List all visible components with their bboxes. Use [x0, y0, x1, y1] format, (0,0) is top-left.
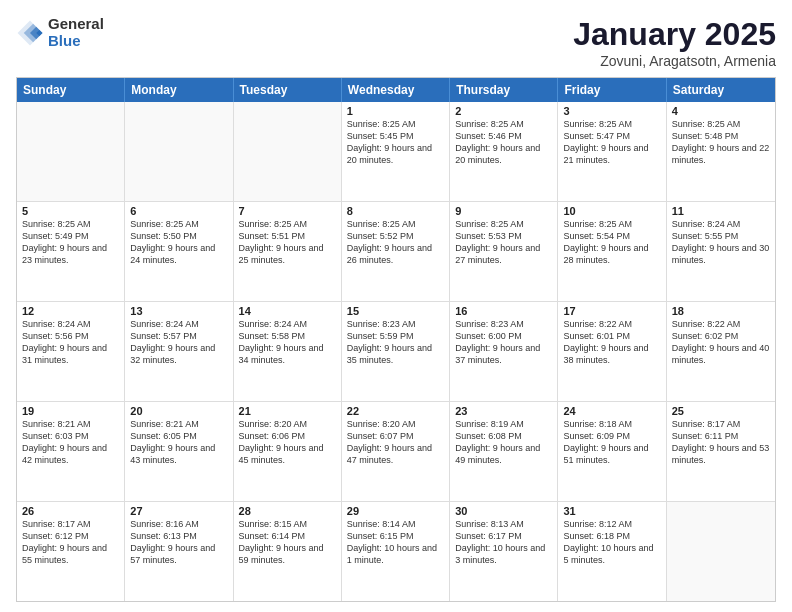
- calendar-cell: 15Sunrise: 8:23 AM Sunset: 5:59 PM Dayli…: [342, 302, 450, 401]
- day-number: 11: [672, 205, 770, 217]
- calendar-cell: 26Sunrise: 8:17 AM Sunset: 6:12 PM Dayli…: [17, 502, 125, 601]
- title-block: January 2025 Zovuni, Aragatsotn, Armenia: [573, 16, 776, 69]
- cell-info: Sunrise: 8:13 AM Sunset: 6:17 PM Dayligh…: [455, 518, 552, 567]
- cell-info: Sunrise: 8:21 AM Sunset: 6:03 PM Dayligh…: [22, 418, 119, 467]
- day-number: 15: [347, 305, 444, 317]
- calendar-cell: 24Sunrise: 8:18 AM Sunset: 6:09 PM Dayli…: [558, 402, 666, 501]
- cell-info: Sunrise: 8:23 AM Sunset: 5:59 PM Dayligh…: [347, 318, 444, 367]
- day-number: 2: [455, 105, 552, 117]
- calendar-cell: 20Sunrise: 8:21 AM Sunset: 6:05 PM Dayli…: [125, 402, 233, 501]
- calendar-cell: 17Sunrise: 8:22 AM Sunset: 6:01 PM Dayli…: [558, 302, 666, 401]
- logo-general-text: General: [48, 16, 104, 33]
- day-number: 30: [455, 505, 552, 517]
- cell-info: Sunrise: 8:24 AM Sunset: 5:55 PM Dayligh…: [672, 218, 770, 267]
- cell-info: Sunrise: 8:25 AM Sunset: 5:53 PM Dayligh…: [455, 218, 552, 267]
- day-number: 4: [672, 105, 770, 117]
- calendar-cell: 27Sunrise: 8:16 AM Sunset: 6:13 PM Dayli…: [125, 502, 233, 601]
- cell-info: Sunrise: 8:24 AM Sunset: 5:58 PM Dayligh…: [239, 318, 336, 367]
- calendar-cell: 21Sunrise: 8:20 AM Sunset: 6:06 PM Dayli…: [234, 402, 342, 501]
- day-number: 29: [347, 505, 444, 517]
- day-number: 22: [347, 405, 444, 417]
- page: General Blue January 2025 Zovuni, Aragat…: [0, 0, 792, 612]
- header-friday: Friday: [558, 78, 666, 102]
- day-number: 27: [130, 505, 227, 517]
- day-number: 24: [563, 405, 660, 417]
- cell-info: Sunrise: 8:23 AM Sunset: 6:00 PM Dayligh…: [455, 318, 552, 367]
- day-number: 3: [563, 105, 660, 117]
- day-number: 16: [455, 305, 552, 317]
- calendar-row-4: 19Sunrise: 8:21 AM Sunset: 6:03 PM Dayli…: [17, 401, 775, 501]
- day-number: 9: [455, 205, 552, 217]
- calendar: Sunday Monday Tuesday Wednesday Thursday…: [16, 77, 776, 602]
- calendar-cell: 6Sunrise: 8:25 AM Sunset: 5:50 PM Daylig…: [125, 202, 233, 301]
- calendar-cell: 4Sunrise: 8:25 AM Sunset: 5:48 PM Daylig…: [667, 102, 775, 201]
- logo-blue-text: Blue: [48, 33, 104, 50]
- calendar-cell: 23Sunrise: 8:19 AM Sunset: 6:08 PM Dayli…: [450, 402, 558, 501]
- day-number: 10: [563, 205, 660, 217]
- day-number: 19: [22, 405, 119, 417]
- calendar-cell: 1Sunrise: 8:25 AM Sunset: 5:45 PM Daylig…: [342, 102, 450, 201]
- header-thursday: Thursday: [450, 78, 558, 102]
- header-wednesday: Wednesday: [342, 78, 450, 102]
- logo: General Blue: [16, 16, 104, 49]
- day-number: 14: [239, 305, 336, 317]
- cell-info: Sunrise: 8:25 AM Sunset: 5:47 PM Dayligh…: [563, 118, 660, 167]
- calendar-cell: 11Sunrise: 8:24 AM Sunset: 5:55 PM Dayli…: [667, 202, 775, 301]
- calendar-cell: 10Sunrise: 8:25 AM Sunset: 5:54 PM Dayli…: [558, 202, 666, 301]
- calendar-row-2: 5Sunrise: 8:25 AM Sunset: 5:49 PM Daylig…: [17, 201, 775, 301]
- cell-info: Sunrise: 8:22 AM Sunset: 6:02 PM Dayligh…: [672, 318, 770, 367]
- cell-info: Sunrise: 8:18 AM Sunset: 6:09 PM Dayligh…: [563, 418, 660, 467]
- day-number: 17: [563, 305, 660, 317]
- calendar-cell: 31Sunrise: 8:12 AM Sunset: 6:18 PM Dayli…: [558, 502, 666, 601]
- calendar-cell: 13Sunrise: 8:24 AM Sunset: 5:57 PM Dayli…: [125, 302, 233, 401]
- calendar-cell: 16Sunrise: 8:23 AM Sunset: 6:00 PM Dayli…: [450, 302, 558, 401]
- cell-info: Sunrise: 8:17 AM Sunset: 6:11 PM Dayligh…: [672, 418, 770, 467]
- calendar-cell: 25Sunrise: 8:17 AM Sunset: 6:11 PM Dayli…: [667, 402, 775, 501]
- cell-info: Sunrise: 8:25 AM Sunset: 5:50 PM Dayligh…: [130, 218, 227, 267]
- day-number: 25: [672, 405, 770, 417]
- calendar-cell: 5Sunrise: 8:25 AM Sunset: 5:49 PM Daylig…: [17, 202, 125, 301]
- calendar-cell: 8Sunrise: 8:25 AM Sunset: 5:52 PM Daylig…: [342, 202, 450, 301]
- cell-info: Sunrise: 8:20 AM Sunset: 6:06 PM Dayligh…: [239, 418, 336, 467]
- calendar-cell: 3Sunrise: 8:25 AM Sunset: 5:47 PM Daylig…: [558, 102, 666, 201]
- header-sunday: Sunday: [17, 78, 125, 102]
- cell-info: Sunrise: 8:19 AM Sunset: 6:08 PM Dayligh…: [455, 418, 552, 467]
- day-number: 6: [130, 205, 227, 217]
- cell-info: Sunrise: 8:21 AM Sunset: 6:05 PM Dayligh…: [130, 418, 227, 467]
- cell-info: Sunrise: 8:16 AM Sunset: 6:13 PM Dayligh…: [130, 518, 227, 567]
- cell-info: Sunrise: 8:15 AM Sunset: 6:14 PM Dayligh…: [239, 518, 336, 567]
- day-number: 5: [22, 205, 119, 217]
- day-number: 20: [130, 405, 227, 417]
- calendar-cell: [17, 102, 125, 201]
- calendar-cell: 2Sunrise: 8:25 AM Sunset: 5:46 PM Daylig…: [450, 102, 558, 201]
- calendar-cell: 19Sunrise: 8:21 AM Sunset: 6:03 PM Dayli…: [17, 402, 125, 501]
- day-number: 7: [239, 205, 336, 217]
- cell-info: Sunrise: 8:25 AM Sunset: 5:51 PM Dayligh…: [239, 218, 336, 267]
- calendar-cell: 7Sunrise: 8:25 AM Sunset: 5:51 PM Daylig…: [234, 202, 342, 301]
- calendar-row-3: 12Sunrise: 8:24 AM Sunset: 5:56 PM Dayli…: [17, 301, 775, 401]
- calendar-cell: [667, 502, 775, 601]
- cell-info: Sunrise: 8:25 AM Sunset: 5:54 PM Dayligh…: [563, 218, 660, 267]
- cell-info: Sunrise: 8:25 AM Sunset: 5:48 PM Dayligh…: [672, 118, 770, 167]
- header-saturday: Saturday: [667, 78, 775, 102]
- calendar-cell: [234, 102, 342, 201]
- cell-info: Sunrise: 8:20 AM Sunset: 6:07 PM Dayligh…: [347, 418, 444, 467]
- logo-text: General Blue: [48, 16, 104, 49]
- cell-info: Sunrise: 8:22 AM Sunset: 6:01 PM Dayligh…: [563, 318, 660, 367]
- cell-info: Sunrise: 8:12 AM Sunset: 6:18 PM Dayligh…: [563, 518, 660, 567]
- day-number: 31: [563, 505, 660, 517]
- cell-info: Sunrise: 8:14 AM Sunset: 6:15 PM Dayligh…: [347, 518, 444, 567]
- day-number: 1: [347, 105, 444, 117]
- title-month: January 2025: [573, 16, 776, 53]
- calendar-cell: 9Sunrise: 8:25 AM Sunset: 5:53 PM Daylig…: [450, 202, 558, 301]
- day-number: 13: [130, 305, 227, 317]
- calendar-cell: 14Sunrise: 8:24 AM Sunset: 5:58 PM Dayli…: [234, 302, 342, 401]
- calendar-row-1: 1Sunrise: 8:25 AM Sunset: 5:45 PM Daylig…: [17, 102, 775, 201]
- cell-info: Sunrise: 8:25 AM Sunset: 5:46 PM Dayligh…: [455, 118, 552, 167]
- calendar-cell: 30Sunrise: 8:13 AM Sunset: 6:17 PM Dayli…: [450, 502, 558, 601]
- calendar-row-5: 26Sunrise: 8:17 AM Sunset: 6:12 PM Dayli…: [17, 501, 775, 601]
- day-number: 18: [672, 305, 770, 317]
- cell-info: Sunrise: 8:24 AM Sunset: 5:56 PM Dayligh…: [22, 318, 119, 367]
- calendar-cell: 28Sunrise: 8:15 AM Sunset: 6:14 PM Dayli…: [234, 502, 342, 601]
- day-number: 23: [455, 405, 552, 417]
